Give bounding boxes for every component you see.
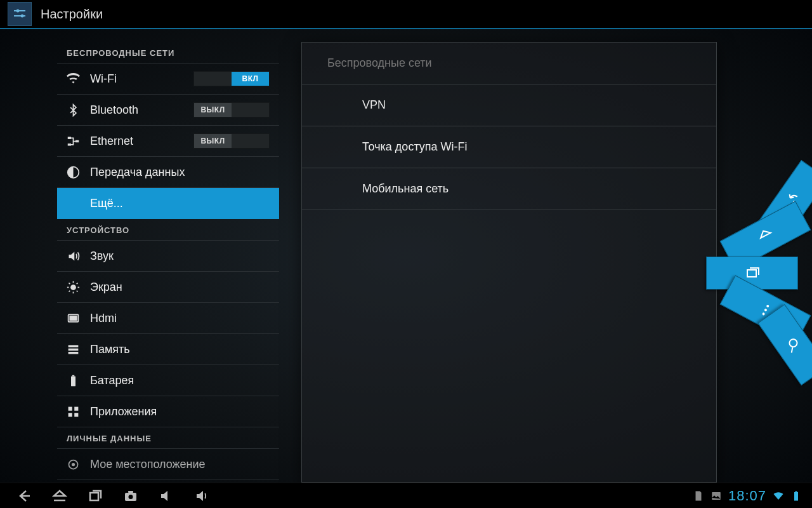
bluetooth-toggle[interactable]: ВЫКЛ — [193, 102, 270, 117]
svg-line-14 — [77, 290, 78, 291]
sidebar-item-label: Ethernet — [90, 135, 193, 148]
sidebar-item-label: Звук — [90, 250, 270, 263]
sidebar-item-hdmi[interactable]: Hdmi — [57, 303, 279, 334]
svg-point-29 — [72, 463, 75, 465]
toggle-on-label — [232, 134, 269, 148]
clock: 18:07 — [728, 488, 766, 504]
sdcard-icon — [693, 490, 704, 502]
sidebar-item-label: Ещё... — [90, 197, 270, 210]
sidebar-item-storage[interactable]: Память — [57, 334, 279, 365]
svg-line-15 — [69, 290, 70, 291]
detail-item-vpn[interactable]: VPN — [302, 84, 716, 126]
sidebar-item-data-usage[interactable]: Передача данных — [57, 157, 279, 188]
svg-point-2 — [16, 10, 20, 13]
sidebar-item-label: Экран — [90, 281, 270, 294]
storage-icon — [67, 343, 80, 356]
status-cluster[interactable]: 18:07 — [693, 488, 806, 504]
app-title: Настройки — [41, 7, 103, 22]
apps-icon — [67, 405, 80, 418]
svg-rect-43 — [796, 491, 797, 492]
section-header-personal: ЛИЧНЫЕ ДАННЫЕ — [57, 427, 279, 449]
sidebar-item-apps[interactable]: Приложения — [57, 396, 279, 427]
location-icon — [67, 458, 80, 471]
sidebar-item-label: Батарея — [90, 374, 270, 387]
svg-rect-40 — [128, 491, 133, 493]
sidebar-item-battery[interactable]: Батарея — [57, 365, 279, 396]
toggle-on-label — [232, 103, 269, 117]
sidebar-item-bluetooth[interactable]: Bluetooth ВЫКЛ — [57, 95, 279, 126]
ethernet-icon — [67, 135, 80, 148]
svg-line-13 — [69, 283, 70, 284]
image-icon — [710, 490, 722, 502]
svg-rect-19 — [69, 345, 79, 347]
settings-app-icon — [8, 2, 32, 26]
nav-screenshot-button[interactable] — [113, 483, 148, 509]
sidebar-item-label: Передача данных — [90, 166, 270, 179]
ethernet-toggle[interactable]: ВЫКЛ — [193, 133, 270, 149]
detail-item-hotspot[interactable]: Точка доступа Wi-Fi — [302, 126, 716, 168]
sidebar-item-label: Hdmi — [90, 312, 270, 325]
svg-rect-20 — [69, 348, 79, 351]
nav-volume-down-button[interactable] — [148, 483, 184, 509]
system-bar: 18:07 — [0, 483, 812, 508]
sidebar-item-label: Bluetooth — [90, 104, 193, 117]
toggle-off-label: ВЫКЛ — [194, 134, 232, 148]
svg-rect-22 — [71, 376, 75, 386]
svg-rect-24 — [69, 406, 72, 410]
svg-rect-27 — [74, 413, 78, 417]
action-bar: Настройки — [0, 0, 812, 28]
nav-back-button[interactable] — [6, 483, 42, 509]
display-icon — [67, 281, 80, 294]
svg-rect-4 — [68, 137, 71, 139]
toggle-on-label: ВКЛ — [232, 72, 269, 86]
pie-nav — [698, 210, 812, 387]
nav-volume-up-button[interactable] — [184, 483, 219, 509]
svg-rect-25 — [74, 406, 78, 410]
battery-status-icon — [790, 490, 802, 502]
svg-point-33 — [762, 312, 765, 315]
svg-point-34 — [788, 338, 799, 349]
sidebar-item-more[interactable]: Ещё... — [57, 188, 279, 219]
battery-icon — [67, 374, 80, 387]
toggle-off-label: ВЫКЛ — [194, 103, 232, 117]
sidebar-item-location[interactable]: Мое местоположение — [57, 449, 279, 480]
nav-recents-button[interactable] — [77, 483, 113, 509]
section-header-wireless: БЕСПРОВОДНЫЕ СЕТИ — [57, 42, 279, 64]
svg-rect-6 — [75, 140, 79, 142]
toggle-off-label — [194, 72, 232, 86]
wifi-toggle[interactable]: ВКЛ — [193, 71, 270, 86]
wifi-status-icon — [773, 490, 784, 502]
nav-home-button[interactable] — [42, 483, 77, 509]
bluetooth-icon — [67, 104, 80, 117]
sidebar-item-label: Память — [90, 343, 270, 356]
svg-rect-18 — [70, 316, 77, 320]
svg-line-16 — [77, 283, 78, 284]
svg-rect-5 — [68, 144, 71, 146]
detail-header: Беспроводные сети — [302, 43, 716, 84]
sidebar-item-sound[interactable]: Звук — [57, 241, 279, 272]
sidebar-item-display[interactable]: Экран — [57, 272, 279, 303]
svg-point-3 — [21, 15, 24, 18]
svg-rect-30 — [747, 270, 756, 277]
detail-item-mobile[interactable]: Мобильная сеть — [302, 168, 716, 210]
section-header-device: УСТРОЙСТВО — [57, 219, 279, 241]
hdmi-icon — [67, 312, 80, 325]
svg-point-32 — [764, 308, 767, 311]
svg-point-39 — [129, 495, 133, 499]
wifi-icon — [67, 72, 80, 86]
svg-point-31 — [766, 304, 769, 307]
svg-rect-23 — [72, 375, 75, 376]
sidebar-item-label: Приложения — [90, 405, 270, 418]
sidebar-item-ethernet[interactable]: Ethernet ВЫКЛ — [57, 126, 279, 157]
sidebar-item-wifi[interactable]: Wi-Fi ВКЛ — [57, 64, 279, 95]
svg-rect-42 — [794, 492, 798, 501]
svg-rect-26 — [69, 413, 72, 417]
sound-icon — [67, 250, 80, 263]
svg-rect-37 — [90, 493, 98, 500]
sidebar-item-label: Wi-Fi — [90, 72, 193, 86]
data-usage-icon — [67, 166, 80, 179]
sidebar-item-label: Мое местоположение — [90, 458, 270, 471]
svg-rect-21 — [69, 352, 79, 354]
settings-sidebar: БЕСПРОВОДНЫЕ СЕТИ Wi-Fi ВКЛ Bluetooth ВЫ… — [57, 42, 279, 483]
svg-line-35 — [789, 347, 794, 352]
